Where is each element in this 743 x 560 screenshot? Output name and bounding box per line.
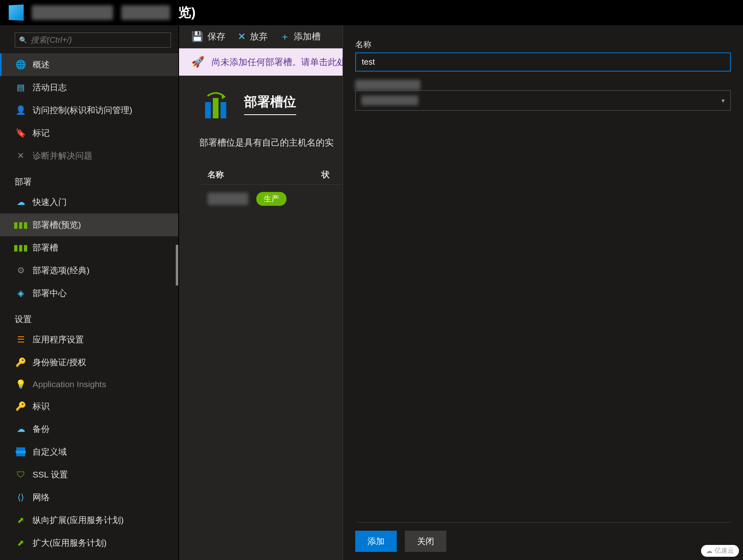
log-icon: ▤ — [16, 83, 25, 92]
nav-label: 诊断并解决问题 — [33, 150, 92, 161]
nav-network[interactable]: ⟨⟩ 网络 — [0, 486, 178, 509]
search-box[interactable]: 🔍 — [15, 33, 171, 48]
nav-deployment-center[interactable]: ◈ 部署中心 — [0, 282, 178, 305]
discard-button[interactable]: ✕ 放弃 — [238, 31, 268, 43]
nav-activity-log[interactable]: ▤ 活动日志 — [0, 76, 178, 99]
nav-label: 自定义域 — [33, 446, 67, 458]
nav-label: 快速入门 — [33, 196, 67, 208]
tag-icon: 🔖 — [16, 129, 25, 137]
watermark: ☁ 亿速云 — [701, 545, 739, 557]
rocket-icon: 🚀 — [191, 56, 204, 68]
svg-rect-0 — [205, 102, 211, 118]
sidebar: 🔍 🌐 概述 ▤ 活动日志 👤 访问控制(标识和访问管理) 🔖 标记 ✕ 诊断并… — [0, 25, 179, 560]
btn-label: 添加槽 — [294, 31, 321, 43]
auth-icon: 🔑 — [16, 358, 25, 367]
col-name: 名称 — [208, 169, 224, 180]
add-slot-button[interactable]: ＋ 添加槽 — [280, 30, 321, 43]
deploy-options-icon: ⚙ — [16, 266, 25, 275]
nav-label: 访问控制(标识和访问管理) — [33, 105, 132, 116]
diagnose-icon: ✕ — [16, 151, 25, 160]
identity-key-icon: 🔑 — [16, 402, 25, 411]
nav-label: 应用程序设置 — [33, 334, 84, 345]
nav-label: 部署槽(预览) — [33, 219, 81, 231]
nav-label: SSL 设置 — [33, 469, 68, 480]
blurred-label — [355, 80, 420, 90]
nav-label: 部署槽 — [33, 242, 58, 253]
network-icon: ⟨⟩ — [16, 493, 25, 502]
nav-deployment-slots-preview[interactable]: ▮▮▮ 部署槽(预览) — [0, 214, 178, 236]
nav-deployment-slots[interactable]: ▮▮▮ 部署槽 — [0, 236, 178, 259]
nav-backup[interactable]: ☁ 备份 — [0, 418, 178, 440]
section-deploy: 部署 — [0, 167, 178, 191]
save-icon: 💾 — [191, 31, 203, 42]
slot-name-input[interactable] — [355, 52, 731, 72]
nav-auth[interactable]: 🔑 身份验证/授权 — [0, 351, 178, 374]
nav-scale-up[interactable]: ⬈ 纵向扩展(应用服务计划) — [0, 509, 178, 532]
nav-identity[interactable]: 🔑 标识 — [0, 395, 178, 418]
svg-marker-3 — [222, 94, 226, 99]
add-button[interactable]: 添加 — [355, 531, 397, 552]
nav-overview[interactable]: 🌐 概述 — [0, 53, 178, 76]
globe-icon: 🌐 — [16, 60, 25, 69]
nav-access-control[interactable]: 👤 访问控制(标识和访问管理) — [0, 99, 178, 122]
section-settings: 设置 — [0, 305, 178, 328]
blurred-text — [32, 5, 113, 20]
watermark-text: 亿速云 — [715, 547, 734, 555]
search-wrap: 🔍 — [0, 25, 178, 53]
header-title: 览) — [32, 4, 196, 22]
nav-deployment-options[interactable]: ⚙ 部署选项(经典) — [0, 259, 178, 282]
banner-text: 尚未添加任何部署槽。请单击此处以 — [212, 56, 355, 68]
nav-label: 纵向扩展(应用服务计划) — [33, 514, 124, 526]
nav-diagnose[interactable]: ✕ 诊断并解决问题 — [0, 144, 178, 167]
nav-label: 标识 — [33, 401, 50, 412]
discard-icon: ✕ — [238, 31, 246, 42]
close-button[interactable]: 关闭 — [405, 531, 446, 552]
add-icon: ＋ — [280, 30, 290, 43]
nav-ssl[interactable]: 🛡 SSL 设置 — [0, 463, 178, 486]
nav-custom-domain[interactable]: www 自定义域 — [0, 440, 178, 463]
ssl-icon: 🛡 — [16, 470, 25, 479]
production-badge: 生产 — [256, 192, 286, 206]
col-status: 状 — [321, 169, 330, 180]
content-area: 💾 保存 ✕ 放弃 ＋ 添加槽 🚀 尚未添加任何部署槽。请单击此处以 — [179, 25, 743, 560]
nav-label: 备份 — [33, 423, 50, 435]
backup-icon: ☁ — [16, 425, 25, 434]
nav-scale-out[interactable]: ⬈ 扩大(应用服务计划) — [0, 532, 178, 554]
slots-icon: ▮▮▮ — [16, 243, 25, 252]
domain-icon: www — [16, 447, 25, 456]
deploy-center-icon: ◈ — [16, 289, 25, 298]
chevron-down-icon: ▾ — [721, 97, 725, 105]
app-settings-icon: ☰ — [16, 335, 25, 344]
watermark-icon: ☁ — [706, 547, 712, 555]
nav-quickstart[interactable]: ☁ 快速入门 — [0, 191, 178, 214]
app-header: 览) — [0, 0, 743, 25]
slots-preview-icon: ▮▮▮ — [16, 220, 25, 229]
nav-label: Application Insights — [33, 379, 106, 389]
title-suffix: 览) — [178, 4, 196, 22]
blurred-name — [208, 193, 248, 205]
nav-label: 扩大(应用服务计划) — [33, 537, 107, 549]
svg-rect-1 — [213, 98, 219, 118]
quickstart-icon: ☁ — [16, 198, 25, 207]
nav-label: 部署选项(经典) — [33, 265, 90, 276]
azure-logo-icon — [9, 4, 24, 21]
nav-label: 概述 — [33, 59, 50, 70]
blurred-text — [121, 5, 170, 20]
deployment-slot-icon — [199, 88, 232, 120]
nav-label: 网络 — [33, 492, 50, 503]
panel-footer: 添加 关闭 — [355, 522, 731, 552]
nav-tags[interactable]: 🔖 标记 — [0, 122, 178, 144]
main-area: 🔍 🌐 概述 ▤ 活动日志 👤 访问控制(标识和访问管理) 🔖 标记 ✕ 诊断并… — [0, 25, 743, 560]
clone-settings-select[interactable]: ▾ — [355, 90, 731, 111]
add-slot-panel: 名称 ▾ 添加 关闭 — [343, 25, 743, 560]
nav-app-settings[interactable]: ☰ 应用程序设置 — [0, 328, 178, 351]
nav-label: 部署中心 — [33, 288, 67, 299]
slot-title: 部署槽位 — [244, 93, 296, 115]
nav-label: 标记 — [33, 127, 50, 139]
search-input[interactable] — [31, 35, 166, 45]
scale-out-icon: ⬈ — [16, 538, 25, 547]
btn-label: 放弃 — [250, 31, 268, 43]
nav-app-insights[interactable]: 💡 Application Insights — [0, 374, 178, 395]
save-button[interactable]: 💾 保存 — [191, 31, 225, 43]
nav-label: 活动日志 — [33, 82, 67, 93]
